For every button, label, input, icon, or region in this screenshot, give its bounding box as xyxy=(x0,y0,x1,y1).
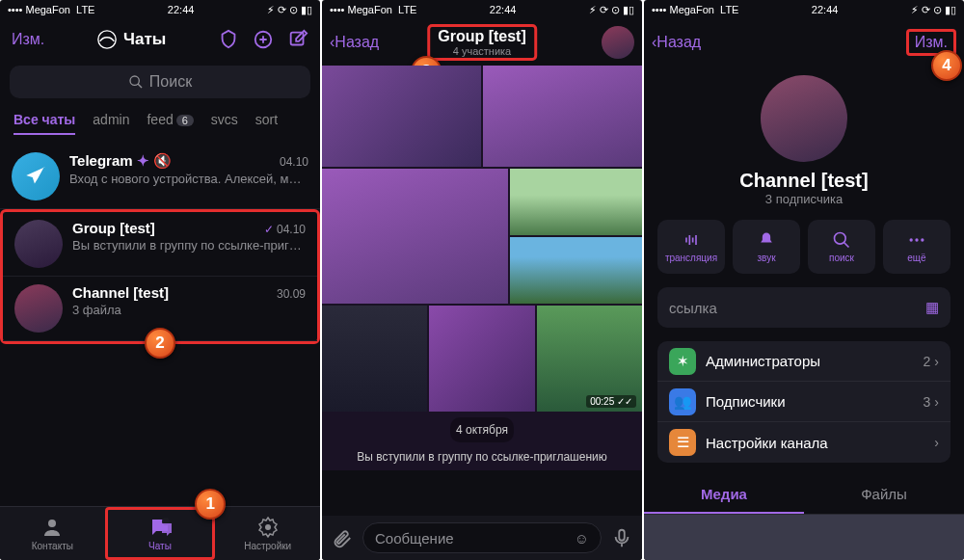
tab-sort[interactable]: sort xyxy=(255,112,278,135)
people-icon: 👥 xyxy=(669,388,696,415)
new-chat-icon[interactable] xyxy=(253,29,274,50)
info-header: ‹ Назад Изм. 4 xyxy=(644,19,964,66)
shield-icon: ✶ xyxy=(669,348,696,375)
status-bar: •••• MegaFon LTE 22:44 ⚡︎ ⟳ ⊙ ▮▯ xyxy=(322,0,642,19)
nav-chats[interactable]: Чаты 1 xyxy=(105,507,216,560)
media-grid xyxy=(644,515,964,560)
row-subscribers[interactable]: 👥 Подписчики 3 › xyxy=(657,382,951,422)
channel-avatar[interactable] xyxy=(761,75,847,162)
proxy-icon[interactable] xyxy=(218,29,239,50)
tab-svcs[interactable]: svcs xyxy=(211,112,238,135)
svg-point-9 xyxy=(910,238,913,241)
tab-admin[interactable]: admin xyxy=(93,112,129,135)
nav-settings[interactable]: Настройки xyxy=(215,507,320,560)
channel-title: Channel [test] xyxy=(644,170,964,192)
channel-subtitle: 3 подписчика xyxy=(644,192,964,206)
back-button[interactable]: ‹ Назад xyxy=(652,34,701,51)
photo[interactable] xyxy=(483,66,642,167)
svg-rect-7 xyxy=(619,530,625,541)
date-separator: 4 октября xyxy=(450,417,514,442)
tab-files[interactable]: Файлы xyxy=(804,476,964,514)
media-thumb[interactable] xyxy=(708,515,771,560)
media-thumb[interactable] xyxy=(772,515,836,560)
mic-icon[interactable] xyxy=(611,527,632,548)
message-bar: Сообщение☺ xyxy=(322,516,642,560)
svg-point-3 xyxy=(130,76,139,85)
tab-feed[interactable]: feed6 xyxy=(147,112,193,135)
header: Изм. Чаты xyxy=(0,19,320,60)
back-button[interactable]: ‹ Назад xyxy=(330,34,379,51)
row-channel-settings[interactable]: ☰ Настройки канала › xyxy=(657,422,951,463)
svg-point-10 xyxy=(915,238,918,241)
tab-all[interactable]: Все чаты xyxy=(13,112,75,135)
qr-icon[interactable]: ▦ xyxy=(925,299,939,316)
search-input[interactable]: Поиск xyxy=(10,66,310,98)
chat-row-group[interactable]: Group [test]✓ 04.10 Вы вступили в группу… xyxy=(3,212,317,277)
marker-2: 2 xyxy=(145,328,175,359)
status-bar: •••• MegaFon LTE 22:44 ⚡︎ ⟳ ⊙ ▮▯ xyxy=(644,0,964,19)
sound-button[interactable]: звук xyxy=(733,220,800,274)
avatar xyxy=(14,220,63,268)
nav-contacts[interactable]: Контакты xyxy=(0,507,105,560)
search-button[interactable]: поиск xyxy=(808,220,875,274)
screen-chats: •••• MegaFon LTE 22:44 ⚡︎ ⟳ ⊙ ▮▯ Изм. Ча… xyxy=(0,0,320,560)
photo[interactable] xyxy=(322,66,481,167)
video-thumb[interactable]: 00:25 ✓✓ xyxy=(537,306,642,412)
header-title: Чаты xyxy=(96,29,166,50)
marker-4: 4 xyxy=(931,50,962,81)
header-title-box[interactable]: Group [test] 4 участника 3 xyxy=(427,24,537,61)
media-thumb[interactable] xyxy=(644,515,708,560)
photo[interactable] xyxy=(510,169,643,235)
action-row: трансляция звук поиск ещё xyxy=(644,220,964,274)
attach-icon[interactable] xyxy=(332,527,353,548)
row-admins[interactable]: ✶ Администраторы 2 › xyxy=(657,341,951,382)
svg-point-4 xyxy=(48,520,56,527)
link-field[interactable]: ссылка ▦ xyxy=(657,287,951,328)
edit-button[interactable]: Изм. xyxy=(12,31,44,48)
media-thumb[interactable] xyxy=(900,515,964,560)
chat-header: ‹ Назад Group [test] 4 участника 3 xyxy=(322,19,642,66)
svg-point-8 xyxy=(835,233,846,245)
photo[interactable] xyxy=(322,169,508,304)
chat-row-telegram[interactable]: Telegram ✦ 🔇04.10 Вход с нового устройст… xyxy=(0,145,320,209)
more-button[interactable]: ещё xyxy=(883,220,951,274)
system-message: Вы вступили в группу по ссылке-приглашен… xyxy=(322,446,642,467)
settings-list: ✶ Администраторы 2 › 👥 Подписчики 3 › ☰ … xyxy=(657,341,951,463)
compose-icon[interactable] xyxy=(287,29,308,50)
screen-group: •••• MegaFon LTE 22:44 ⚡︎ ⟳ ⊙ ▮▯ ‹ Назад… xyxy=(322,0,642,560)
screen-channel-info: •••• MegaFon LTE 22:44 ⚡︎ ⟳ ⊙ ▮▯ ‹ Назад… xyxy=(644,0,964,560)
folder-tabs: Все чаты admin feed6 svcs sort xyxy=(0,104,320,145)
photo[interactable] xyxy=(510,237,643,304)
chat-avatar[interactable] xyxy=(602,26,634,59)
media-tabs: Медиа Файлы xyxy=(644,476,964,515)
svg-point-11 xyxy=(921,238,924,241)
highlight-box-chats: Group [test]✓ 04.10 Вы вступили в группу… xyxy=(0,209,320,344)
avatar xyxy=(14,284,63,333)
media-gallery: 00:25 ✓✓ 4 октября Вы вступили в группу … xyxy=(322,66,642,470)
photo[interactable] xyxy=(429,306,534,412)
message-input[interactable]: Сообщение☺ xyxy=(362,522,602,553)
photo[interactable] xyxy=(322,306,427,412)
sliders-icon: ☰ xyxy=(669,429,696,456)
svg-point-6 xyxy=(265,524,271,530)
avatar xyxy=(12,152,60,200)
broadcast-button[interactable]: трансляция xyxy=(657,220,725,274)
bottom-nav: Контакты Чаты 1 Настройки xyxy=(0,506,320,560)
status-bar: •••• MegaFon LTE 22:44 ⚡︎ ⟳ ⊙ ▮▯ xyxy=(0,0,320,19)
media-thumb[interactable] xyxy=(836,515,899,560)
tab-media[interactable]: Медиа xyxy=(644,476,804,514)
